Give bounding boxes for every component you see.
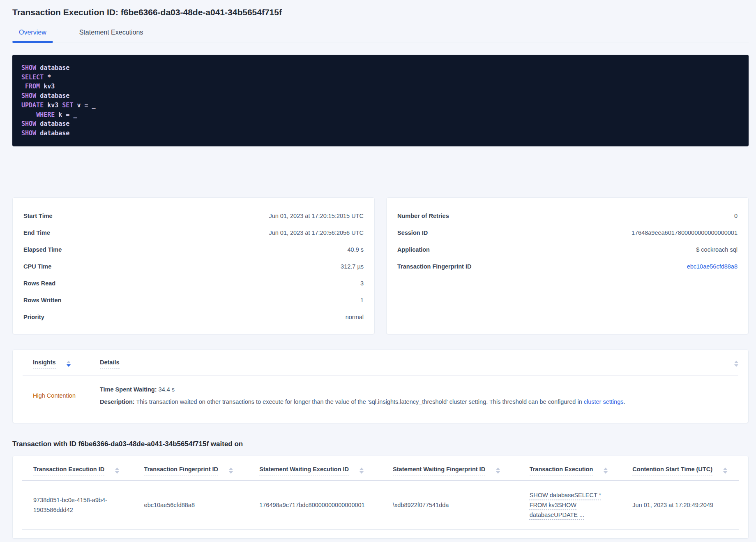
sql-line: SHOW database <box>21 91 740 101</box>
insights-column-header: Insights <box>23 350 100 375</box>
summary-label: Application <box>397 246 430 254</box>
summary-label: Transaction Fingerprint ID <box>397 262 471 271</box>
page-title: Transaction Execution ID: f6be6366-da03-… <box>12 0 749 17</box>
sort-icon[interactable] <box>496 468 500 474</box>
summary-value: normal <box>346 313 364 322</box>
summary-cards-row: Start Time Jun 01, 2023 at 17:20:15:2015… <box>12 197 749 334</box>
sql-line: WHERE k = _ <box>21 110 740 120</box>
summary-row-session-id: Session ID 17648a9eea6017800000000000000… <box>397 225 738 241</box>
insight-row: High Contention Time Spent Waiting: 34.4… <box>23 375 738 416</box>
table-row: 9738d051-bc0e-4158-a9b4-1903586ddd42 ebc… <box>22 481 739 530</box>
summary-row-end-time: End Time Jun 01, 2023 at 17:20:56:2056 U… <box>23 225 364 241</box>
sql-line: FROM kv3 <box>21 82 740 91</box>
summary-value: 3 <box>360 279 364 288</box>
summary-row-cpu-time: CPU Time 312.7 µs <box>23 258 364 275</box>
summary-label: Number of Retries <box>397 212 449 220</box>
sort-icon[interactable] <box>604 468 608 474</box>
summary-value: 17648a9eea6017800000000000000001 <box>632 229 738 237</box>
transaction-execution-link[interactable]: SHOW databaseSELECT * FROM kv3SHOW datab… <box>530 490 602 520</box>
col-contention-start-time: Contention Start Time (UTC) <box>632 456 739 481</box>
sql-line: SELECT * <box>21 73 740 82</box>
tab-statement-executions[interactable]: Statement Executions <box>73 25 150 42</box>
waited-on-table: Transaction Execution ID Transaction Fin… <box>22 456 739 530</box>
summary-label: CPU Time <box>23 262 51 271</box>
summary-row-txn-fingerprint: Transaction Fingerprint ID ebc10ae56cfd8… <box>397 258 738 275</box>
sort-icon[interactable] <box>67 361 71 367</box>
sql-line: SHOW database <box>21 119 740 129</box>
col-transaction-fingerprint-id: Transaction Fingerprint ID <box>144 456 260 481</box>
summary-value: 0 <box>734 212 738 220</box>
tab-bar: Overview Statement Executions <box>12 25 749 42</box>
sort-icon[interactable] <box>723 468 727 474</box>
col-transaction-execution: Transaction Execution <box>530 456 633 481</box>
col-statement-waiting-execution-id: Statement Waiting Execution ID <box>259 456 393 481</box>
summary-value: 312.7 µs <box>341 262 364 271</box>
insights-card: Insights Details High Contention <box>12 350 749 423</box>
sort-icon[interactable] <box>229 468 233 474</box>
cluster-settings-link[interactable]: cluster settings <box>584 398 624 405</box>
details-column-header: Details <box>100 350 738 375</box>
summary-card-right: Number of Retries 0 Session ID 17648a9ee… <box>386 197 749 334</box>
summary-row-retries: Number of Retries 0 <box>397 208 738 225</box>
summary-value: Jun 01, 2023 at 17:20:56:2056 UTC <box>269 229 364 237</box>
summary-label: Elapsed Time <box>23 246 62 254</box>
summary-row-elapsed-time: Elapsed Time 40.9 s <box>23 241 364 258</box>
summary-row-rows-read: Rows Read 3 <box>23 275 364 292</box>
time-spent-waiting: Time Spent Waiting: 34.4 s <box>100 385 738 394</box>
tab-overview[interactable]: Overview <box>12 25 53 42</box>
cell-statement-waiting-fingerprint-id: \xdb8922f077541dda <box>393 481 530 530</box>
summary-label: Session ID <box>397 229 428 237</box>
sql-line: SHOW database <box>21 63 740 73</box>
cell-statement-waiting-execution-id: 176498a9c717bdc80000000000000001 <box>259 481 393 530</box>
details-sort-header[interactable]: Details <box>100 359 120 368</box>
summary-value: Jun 01, 2023 at 17:20:15:2015 UTC <box>269 212 364 220</box>
waited-on-heading: Transaction with ID f6be6366-da03-48de-a… <box>12 440 749 448</box>
waited-on-card: Transaction Execution ID Transaction Fin… <box>12 456 749 539</box>
cell-contention-start-time: Jun 01, 2023 at 17:20:49:2049 <box>632 481 739 530</box>
transaction-fingerprint-link[interactable]: ebc10ae56cfd88a8 <box>687 262 738 271</box>
cell-transaction-execution: SHOW databaseSELECT * FROM kv3SHOW datab… <box>530 481 633 530</box>
summary-row-start-time: Start Time Jun 01, 2023 at 17:20:15:2015… <box>23 208 364 225</box>
summary-row-rows-written: Rows Written 1 <box>23 292 364 309</box>
insights-sort-header[interactable]: Insights <box>33 359 56 368</box>
insight-details-cell: Time Spent Waiting: 34.4 s Description: … <box>100 375 738 416</box>
summary-value: 40.9 s <box>348 246 364 254</box>
summary-row-priority: Priority normal <box>23 309 364 326</box>
summary-label: Priority <box>23 313 44 322</box>
col-transaction-execution-id: Transaction Execution ID <box>22 456 144 481</box>
sql-line: UPDATE kv3 SET v = _ <box>21 101 740 110</box>
summary-card-left: Start Time Jun 01, 2023 at 17:20:15:2015… <box>12 197 375 334</box>
sort-icon[interactable] <box>734 361 738 367</box>
insight-description: Description: This transaction waited on … <box>100 398 738 406</box>
cell-transaction-fingerprint-id: ebc10ae56cfd88a8 <box>144 481 260 530</box>
summary-label: Start Time <box>23 212 53 220</box>
summary-label: Rows Written <box>23 296 61 305</box>
transaction-details-page: Transaction Execution ID: f6be6366-da03-… <box>0 0 756 539</box>
high-contention-badge: High Contention <box>23 375 100 416</box>
summary-label: Rows Read <box>23 279 55 288</box>
cell-transaction-execution-id: 9738d051-bc0e-4158-a9b4-1903586ddd42 <box>22 481 144 530</box>
col-statement-waiting-fingerprint-id: Statement Waiting Fingerprint ID <box>393 456 530 481</box>
sql-line: SHOW database <box>21 129 740 138</box>
sql-statements-box: SHOW databaseSELECT * FROM kv3SHOW datab… <box>12 55 749 146</box>
summary-row-application: Application $ cockroach sql <box>397 241 738 258</box>
summary-label: End Time <box>23 229 50 237</box>
insights-table: Insights Details High Contention <box>23 350 738 416</box>
sort-icon[interactable] <box>115 468 119 474</box>
summary-value: $ cockroach sql <box>696 246 738 254</box>
sort-icon[interactable] <box>360 468 364 474</box>
summary-value: 1 <box>360 296 364 305</box>
